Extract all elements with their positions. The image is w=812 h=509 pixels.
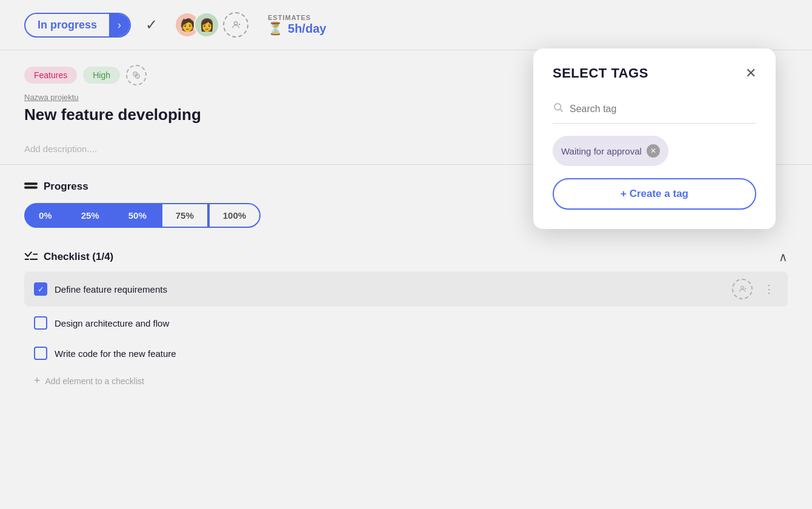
create-tag-btn[interactable]: + Create a tag [553,178,756,210]
selected-tags-list: Waiting for approval ✕ [553,136,756,166]
modal-title: SELECT TAGS [553,65,648,81]
search-icon [553,102,564,116]
selected-tag-label: Waiting for approval [561,146,642,156]
modal-header: SELECT TAGS ✕ [553,65,756,81]
modal-close-btn[interactable]: ✕ [745,67,756,80]
remove-tag-btn[interactable]: ✕ [647,144,660,158]
select-tags-modal: SELECT TAGS ✕ Waiting for approval ✕ + C… [533,48,776,229]
svg-point-13 [554,104,561,110]
selected-tag-1: Waiting for approval ✕ [553,136,668,166]
search-input[interactable] [570,104,756,115]
search-box [553,96,756,124]
svg-line-14 [560,109,562,111]
